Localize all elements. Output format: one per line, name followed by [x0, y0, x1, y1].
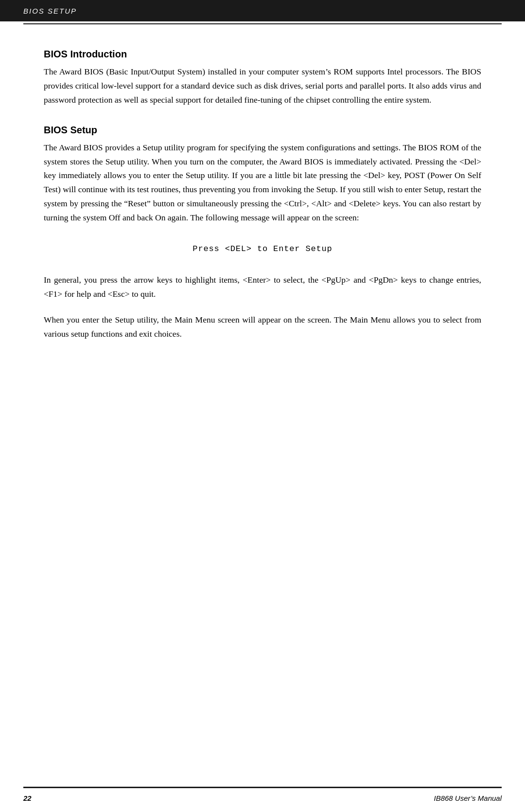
bios-setup-body1: The Award BIOS provides a Setup utility …	[44, 141, 481, 225]
bios-setup-body2: In general, you press the arrow keys to …	[44, 273, 481, 301]
bios-setup-section: BIOS Setup The Award BIOS provides a Set…	[44, 125, 481, 341]
header-bar: BIOS SETUP	[0, 0, 525, 21]
bios-setup-code: Press <DEL> to Enter Setup	[44, 244, 481, 253]
bios-introduction-body: The Award BIOS (Basic Input/Output Syste…	[44, 65, 481, 107]
footer-page-number: 22	[23, 794, 32, 802]
bios-setup-body3: When you enter the Setup utility, the Ma…	[44, 313, 481, 341]
bios-introduction-title: BIOS Introduction	[44, 49, 481, 60]
page: BIOS SETUP BIOS Introduction The Award B…	[0, 0, 525, 812]
bios-setup-title: BIOS Setup	[44, 125, 481, 136]
footer-manual-title: IB868 User’s Manual	[434, 794, 502, 802]
footer-content: 22 IB868 User’s Manual	[0, 788, 525, 812]
header-title: BIOS SETUP	[23, 7, 77, 15]
bios-introduction-section: BIOS Introduction The Award BIOS (Basic …	[44, 49, 481, 107]
footer-bar: 22 IB868 User’s Manual	[0, 787, 525, 812]
main-content: BIOS Introduction The Award BIOS (Basic …	[0, 24, 525, 397]
